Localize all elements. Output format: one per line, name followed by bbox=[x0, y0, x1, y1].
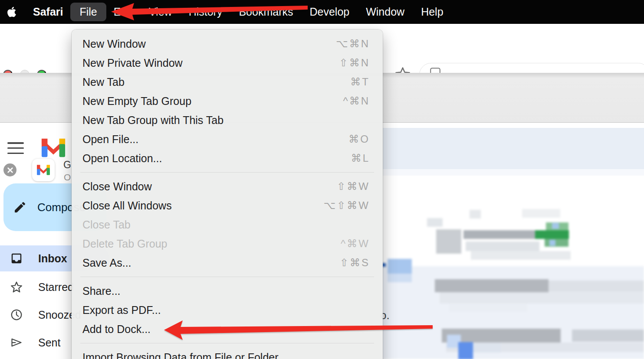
menubar-item-window[interactable]: Window bbox=[366, 6, 404, 18]
file-menu-item-open-file[interactable]: Open File...⌘O bbox=[72, 130, 383, 149]
file-menu-item-delete-tab-group: Delete Tab Group^⌘W bbox=[72, 234, 383, 253]
menu-separator bbox=[80, 343, 374, 343]
menubar-item-file[interactable]: File bbox=[70, 3, 106, 21]
gmail-tab-favicon[interactable] bbox=[32, 159, 55, 181]
menu-separator bbox=[80, 277, 374, 277]
tab-title[interactable]: G bbox=[63, 159, 71, 171]
file-menu-item-new-tab[interactable]: New Tab⌘T bbox=[72, 72, 383, 91]
menubar-item-history[interactable]: History bbox=[189, 6, 223, 18]
file-menu-item-import-browsing-data-from-file-or-folder[interactable]: Import Browsing Data from File or Folder bbox=[72, 348, 383, 359]
menu-bar-items: SafariFileEditViewHistoryBookmarksDevelo… bbox=[33, 3, 444, 21]
file-menu-item-new-empty-tab-group[interactable]: New Empty Tab Group^⌘N bbox=[72, 91, 383, 111]
file-menu-item-open-location[interactable]: Open Location...⌘L bbox=[72, 149, 383, 168]
menu-separator bbox=[80, 172, 374, 173]
file-menu-item-add-to-dock[interactable]: Add to Dock... bbox=[72, 320, 383, 339]
file-menu-item-new-tab-group-with-this-tab[interactable]: New Tab Group with This Tab bbox=[72, 111, 383, 130]
file-menu-item-close-all-windows[interactable]: Close All Windows⌥⇧⌘W bbox=[72, 196, 383, 215]
file-menu-item-new-window[interactable]: New Window⌥⌘N bbox=[72, 34, 383, 53]
file-menu-item-new-private-window[interactable]: New Private Window⇧⌘N bbox=[72, 53, 383, 72]
tab-subtitle: O bbox=[64, 172, 71, 183]
menubar-item-edit[interactable]: Edit bbox=[114, 6, 132, 18]
file-menu-item-share[interactable]: Share... bbox=[72, 281, 383, 300]
file-menu-item-close-window[interactable]: Close Window⇧⌘W bbox=[72, 177, 383, 196]
file-menu: New Window⌥⌘NNew Private Window⇧⌘NNew Ta… bbox=[72, 29, 383, 359]
macos-menu-bar: SafariFileEditViewHistoryBookmarksDevelo… bbox=[0, 0, 644, 24]
menubar-item-develop[interactable]: Develop bbox=[309, 6, 349, 18]
file-menu-item-export-as-pdf[interactable]: Export as PDF... bbox=[72, 300, 383, 320]
menubar-item-help[interactable]: Help bbox=[421, 6, 443, 18]
apple-icon[interactable] bbox=[7, 6, 16, 18]
menubar-item-safari[interactable]: Safari bbox=[33, 6, 63, 18]
close-tab-icon[interactable] bbox=[3, 163, 16, 176]
menubar-item-bookmarks[interactable]: Bookmarks bbox=[239, 6, 293, 18]
file-menu-item-save-as[interactable]: Save As...⇧⌘S bbox=[72, 253, 383, 272]
menubar-item-view[interactable]: View bbox=[149, 6, 172, 18]
file-menu-item-close-tab: Close Tab bbox=[72, 215, 383, 234]
